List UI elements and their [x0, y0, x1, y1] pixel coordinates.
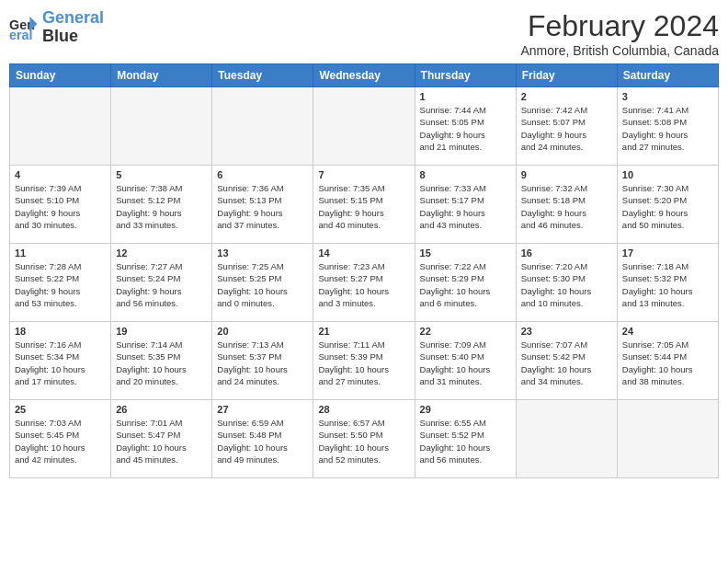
day-number: 7	[318, 169, 409, 180]
week-row-3: 11Sunrise: 7:28 AM Sunset: 5:22 PM Dayli…	[10, 244, 719, 322]
weekday-header-wednesday: Wednesday	[313, 64, 415, 87]
day-detail: Sunrise: 7:22 AM Sunset: 5:29 PM Dayligh…	[420, 260, 511, 309]
day-number: 24	[622, 326, 713, 337]
weekday-header-row: SundayMondayTuesdayWednesdayThursdayFrid…	[10, 64, 719, 87]
day-detail: Sunrise: 6:59 AM Sunset: 5:48 PM Dayligh…	[217, 417, 308, 465]
calendar-cell: 9Sunrise: 7:32 AM Sunset: 5:18 PM Daylig…	[516, 166, 617, 244]
day-number: 27	[217, 404, 308, 415]
calendar-cell: 25Sunrise: 7:03 AM Sunset: 5:45 PM Dayli…	[10, 400, 111, 478]
calendar-cell: 11Sunrise: 7:28 AM Sunset: 5:22 PM Dayli…	[10, 244, 111, 322]
day-number: 13	[217, 247, 308, 259]
day-number: 3	[622, 91, 713, 102]
weekday-header-friday: Friday	[516, 64, 617, 87]
day-detail: Sunrise: 7:27 AM Sunset: 5:24 PM Dayligh…	[116, 260, 207, 309]
day-number: 19	[116, 326, 207, 337]
day-number: 18	[15, 326, 106, 337]
day-detail: Sunrise: 6:55 AM Sunset: 5:52 PM Dayligh…	[420, 417, 511, 465]
calendar-cell: 6Sunrise: 7:36 AM Sunset: 5:13 PM Daylig…	[212, 166, 313, 244]
day-number: 16	[521, 247, 612, 259]
calendar-cell: 10Sunrise: 7:30 AM Sunset: 5:20 PM Dayli…	[617, 166, 718, 244]
calendar-cell: 22Sunrise: 7:09 AM Sunset: 5:40 PM Dayli…	[415, 322, 516, 400]
day-number: 23	[521, 326, 612, 337]
day-number: 20	[217, 326, 308, 337]
calendar-cell: 18Sunrise: 7:16 AM Sunset: 5:34 PM Dayli…	[10, 322, 111, 400]
day-detail: Sunrise: 7:44 AM Sunset: 5:05 PM Dayligh…	[420, 104, 511, 153]
calendar-cell: 29Sunrise: 6:55 AM Sunset: 5:52 PM Dayli…	[415, 400, 516, 478]
calendar-cell	[212, 87, 313, 166]
weekday-header-sunday: Sunday	[10, 64, 111, 87]
day-detail: Sunrise: 7:03 AM Sunset: 5:45 PM Dayligh…	[15, 417, 106, 465]
day-number: 28	[318, 404, 409, 415]
day-detail: Sunrise: 7:18 AM Sunset: 5:32 PM Dayligh…	[622, 260, 713, 309]
calendar-cell	[10, 87, 111, 166]
day-number: 29	[420, 404, 511, 415]
calendar-cell: 14Sunrise: 7:23 AM Sunset: 5:27 PM Dayli…	[313, 244, 415, 322]
day-detail: Sunrise: 7:41 AM Sunset: 5:08 PM Dayligh…	[622, 104, 713, 153]
calendar-cell	[516, 400, 617, 478]
day-detail: Sunrise: 7:36 AM Sunset: 5:13 PM Dayligh…	[217, 182, 308, 231]
month-year-title: February 2024	[520, 9, 719, 43]
day-detail: Sunrise: 6:57 AM Sunset: 5:50 PM Dayligh…	[318, 417, 409, 465]
calendar-cell: 15Sunrise: 7:22 AM Sunset: 5:29 PM Dayli…	[415, 244, 516, 322]
calendar-cell: 8Sunrise: 7:33 AM Sunset: 5:17 PM Daylig…	[415, 166, 516, 244]
week-row-4: 18Sunrise: 7:16 AM Sunset: 5:34 PM Dayli…	[10, 322, 719, 400]
calendar-cell: 7Sunrise: 7:35 AM Sunset: 5:15 PM Daylig…	[313, 166, 415, 244]
day-number: 9	[521, 169, 612, 180]
day-detail: Sunrise: 7:42 AM Sunset: 5:07 PM Dayligh…	[521, 104, 612, 153]
day-detail: Sunrise: 7:09 AM Sunset: 5:40 PM Dayligh…	[420, 339, 511, 387]
day-detail: Sunrise: 7:35 AM Sunset: 5:15 PM Dayligh…	[318, 182, 409, 231]
calendar-cell: 24Sunrise: 7:05 AM Sunset: 5:44 PM Dayli…	[617, 322, 718, 400]
day-number: 26	[116, 404, 207, 415]
day-detail: Sunrise: 7:33 AM Sunset: 5:17 PM Dayligh…	[420, 182, 511, 231]
calendar-cell: 3Sunrise: 7:41 AM Sunset: 5:08 PM Daylig…	[617, 87, 718, 166]
weekday-header-monday: Monday	[111, 64, 212, 87]
calendar-cell: 17Sunrise: 7:18 AM Sunset: 5:32 PM Dayli…	[617, 244, 718, 322]
title-area: February 2024 Anmore, British Columbia, …	[520, 9, 719, 58]
week-row-2: 4Sunrise: 7:39 AM Sunset: 5:10 PM Daylig…	[10, 166, 719, 244]
day-detail: Sunrise: 7:16 AM Sunset: 5:34 PM Dayligh…	[15, 339, 106, 387]
calendar-cell: 12Sunrise: 7:27 AM Sunset: 5:24 PM Dayli…	[111, 244, 212, 322]
day-number: 2	[521, 91, 612, 102]
day-detail: Sunrise: 7:07 AM Sunset: 5:42 PM Dayligh…	[521, 339, 612, 387]
day-number: 12	[116, 247, 207, 259]
calendar-cell	[617, 400, 718, 478]
svg-text:eral: eral	[9, 28, 33, 42]
calendar-cell: 26Sunrise: 7:01 AM Sunset: 5:47 PM Dayli…	[111, 400, 212, 478]
calendar-cell: 16Sunrise: 7:20 AM Sunset: 5:30 PM Dayli…	[516, 244, 617, 322]
calendar-cell: 5Sunrise: 7:38 AM Sunset: 5:12 PM Daylig…	[111, 166, 212, 244]
day-detail: Sunrise: 7:38 AM Sunset: 5:12 PM Dayligh…	[116, 182, 207, 231]
calendar-table: SundayMondayTuesdayWednesdayThursdayFrid…	[9, 63, 719, 478]
day-number: 8	[420, 169, 511, 180]
day-number: 17	[622, 247, 713, 259]
calendar-cell	[111, 87, 212, 166]
weekday-header-saturday: Saturday	[617, 64, 718, 87]
day-detail: Sunrise: 7:28 AM Sunset: 5:22 PM Dayligh…	[15, 260, 106, 309]
day-number: 1	[420, 91, 511, 102]
calendar-cell: 19Sunrise: 7:14 AM Sunset: 5:35 PM Dayli…	[111, 322, 212, 400]
day-detail: Sunrise: 7:23 AM Sunset: 5:27 PM Dayligh…	[318, 260, 409, 309]
calendar-cell: 28Sunrise: 6:57 AM Sunset: 5:50 PM Dayli…	[313, 400, 415, 478]
day-number: 5	[116, 169, 207, 180]
day-number: 15	[420, 247, 511, 259]
calendar-cell: 20Sunrise: 7:13 AM Sunset: 5:37 PM Dayli…	[212, 322, 313, 400]
location-subtitle: Anmore, British Columbia, Canada	[520, 43, 719, 58]
week-row-5: 25Sunrise: 7:03 AM Sunset: 5:45 PM Dayli…	[10, 400, 719, 478]
day-detail: Sunrise: 7:32 AM Sunset: 5:18 PM Dayligh…	[521, 182, 612, 231]
calendar-cell: 1Sunrise: 7:44 AM Sunset: 5:05 PM Daylig…	[415, 87, 516, 166]
calendar-cell: 21Sunrise: 7:11 AM Sunset: 5:39 PM Dayli…	[313, 322, 415, 400]
week-row-1: 1Sunrise: 7:44 AM Sunset: 5:05 PM Daylig…	[10, 87, 719, 166]
logo: Gen eral GeneralBlue	[9, 9, 104, 46]
calendar-cell: 2Sunrise: 7:42 AM Sunset: 5:07 PM Daylig…	[516, 87, 617, 166]
calendar-cell	[313, 87, 415, 166]
calendar-cell: 4Sunrise: 7:39 AM Sunset: 5:10 PM Daylig…	[10, 166, 111, 244]
day-detail: Sunrise: 7:30 AM Sunset: 5:20 PM Dayligh…	[622, 182, 713, 231]
day-number: 21	[318, 326, 409, 337]
weekday-header-tuesday: Tuesday	[212, 64, 313, 87]
day-detail: Sunrise: 7:25 AM Sunset: 5:25 PM Dayligh…	[217, 260, 308, 309]
day-detail: Sunrise: 7:01 AM Sunset: 5:47 PM Dayligh…	[116, 417, 207, 465]
day-detail: Sunrise: 7:11 AM Sunset: 5:39 PM Dayligh…	[318, 339, 409, 387]
day-number: 22	[420, 326, 511, 337]
day-number: 11	[15, 247, 106, 259]
day-detail: Sunrise: 7:14 AM Sunset: 5:35 PM Dayligh…	[116, 339, 207, 387]
day-detail: Sunrise: 7:20 AM Sunset: 5:30 PM Dayligh…	[521, 260, 612, 309]
